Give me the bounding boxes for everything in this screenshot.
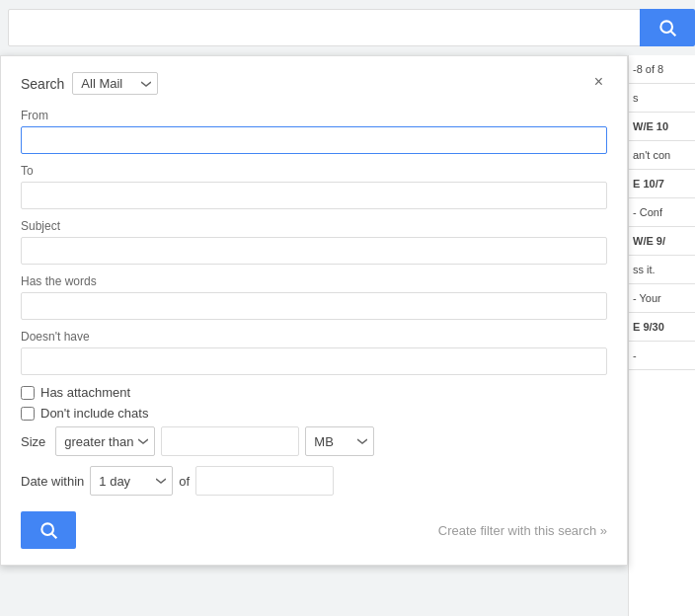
snippet-5: - Conf xyxy=(629,198,695,227)
size-value-input[interactable] xyxy=(161,426,299,456)
date-within-label: Date within xyxy=(21,474,84,489)
snippet-9: E 9/30 xyxy=(629,313,695,342)
to-input[interactable] xyxy=(21,182,607,209)
has-words-input[interactable] xyxy=(21,292,607,320)
subject-field-group: Subject xyxy=(21,219,607,265)
size-label: Size xyxy=(21,434,45,449)
top-search-button[interactable] xyxy=(640,9,695,46)
close-button[interactable]: × xyxy=(590,72,607,92)
snippet-6: W/E 9/ xyxy=(629,227,695,256)
has-words-label: Has the words xyxy=(21,274,607,288)
subject-label: Subject xyxy=(21,219,607,233)
mail-scope-select[interactable]: All Mail Inbox Sent Mail Drafts xyxy=(72,72,158,95)
from-label: From xyxy=(21,109,607,122)
snippet-3: an't con xyxy=(629,141,695,170)
size-unit-select[interactable]: MB KB Bytes xyxy=(305,426,374,456)
top-search-icon xyxy=(657,18,677,38)
create-filter-link[interactable]: Create filter with this search » xyxy=(438,523,607,538)
from-input[interactable] xyxy=(21,126,607,154)
svg-line-3 xyxy=(52,534,57,539)
svg-line-1 xyxy=(671,32,676,37)
from-field-group: From xyxy=(21,109,607,154)
snippet-7: ss it. xyxy=(629,256,695,284)
snippet-8: - Your xyxy=(629,284,695,313)
date-within-select[interactable]: 1 day 3 days 1 week 2 weeks 1 month 6 mo… xyxy=(90,466,173,496)
email-snippets-panel: -8 of 8 s W/E 10 an't con E 10/7 - Conf … xyxy=(628,55,695,616)
doesnt-have-field-group: Doesn't have xyxy=(21,330,607,375)
top-search-input-bg xyxy=(8,9,687,46)
has-attachment-checkbox[interactable] xyxy=(21,386,35,400)
dont-include-chats-checkbox[interactable] xyxy=(21,407,35,421)
doesnt-have-input[interactable] xyxy=(21,347,607,375)
search-label: Search xyxy=(21,76,64,92)
snippet-1: s xyxy=(629,84,695,113)
date-within-row: Date within 1 day 3 days 1 week 2 weeks … xyxy=(21,466,607,496)
search-submit-button[interactable] xyxy=(21,511,76,549)
search-dialog: Search All Mail Inbox Sent Mail Drafts ×… xyxy=(0,55,628,566)
dialog-footer: Create filter with this search » xyxy=(21,511,607,549)
snippet-2: W/E 10 xyxy=(629,113,695,141)
of-label: of xyxy=(179,474,190,489)
size-row: Size greater than less than MB KB Bytes xyxy=(21,426,607,456)
search-submit-icon xyxy=(39,520,58,540)
has-attachment-row: Has attachment xyxy=(21,385,607,400)
dont-include-chats-label: Don't include chats xyxy=(40,406,148,421)
size-comparison-select[interactable]: greater than less than xyxy=(55,426,155,456)
snippet-pagination: -8 of 8 xyxy=(629,55,695,84)
snippet-10: - xyxy=(629,342,695,370)
has-words-field-group: Has the words xyxy=(21,274,607,320)
to-field-group: To xyxy=(21,164,607,209)
has-attachment-label: Has attachment xyxy=(40,385,130,400)
svg-point-0 xyxy=(660,21,672,33)
svg-point-2 xyxy=(41,523,53,535)
subject-input[interactable] xyxy=(21,237,607,265)
to-label: To xyxy=(21,164,607,178)
doesnt-have-label: Doesn't have xyxy=(21,330,607,344)
dont-include-chats-row: Don't include chats xyxy=(21,406,607,421)
snippet-4: E 10/7 xyxy=(629,170,695,198)
top-bar xyxy=(0,0,695,55)
date-of-input[interactable] xyxy=(195,466,334,496)
dialog-header: Search All Mail Inbox Sent Mail Drafts × xyxy=(21,72,607,95)
